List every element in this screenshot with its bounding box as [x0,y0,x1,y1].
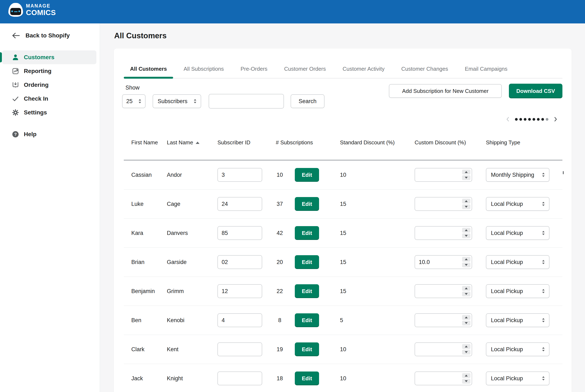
tab-all-customers[interactable]: All Customers [124,63,173,75]
customers-card: All CustomersAll SubscriptionsPre-Orders… [114,48,572,392]
stepper-up-button[interactable] [462,344,471,349]
back-to-shopify-link[interactable]: Back to Shopify [0,30,100,42]
stepper-up-button[interactable] [462,373,471,378]
column-header-label: Shipping Type [486,139,520,146]
stepper-up-button[interactable] [462,228,471,232]
stepper-up-button[interactable] [462,199,471,204]
stepper-down-button[interactable] [462,262,471,267]
sidebar-item-help[interactable]: ?Help [2,128,96,141]
table-row: LukeCage37Edit15Local Pickup [124,190,563,218]
edit-button[interactable]: Edit [295,313,319,327]
last-name-cell: Kenobi [167,317,184,324]
stepper-down-button[interactable] [462,292,471,296]
stepper-down-button[interactable] [462,321,471,326]
edit-button[interactable]: Edit [295,226,319,240]
column-header-first-name[interactable]: First Name [131,138,158,146]
sidebar-item-label: Ordering [24,82,48,88]
tab-all-subscriptions[interactable]: All Subscriptions [177,63,230,75]
subscriber-id-field [217,372,262,385]
search-type-select[interactable]: Subscribers [153,94,201,108]
column-header-custom-discount[interactable]: Custom Discount (%) [415,138,492,146]
stepper-down-button[interactable] [462,234,471,238]
brand-logo[interactable]: MANAGE COMICS [8,3,56,17]
shipping-type-select[interactable]: Local Pickup [486,255,550,269]
shipping-type-select[interactable]: Local Pickup [486,372,550,385]
shipping-type-select[interactable]: Local Pickup [486,284,550,298]
select-caret-icon [541,230,546,236]
gear-icon [12,109,19,116]
svg-text:?: ? [14,132,17,136]
pagination-dot-8[interactable] [546,118,549,121]
stepper-down-button[interactable] [462,204,471,209]
subscriber-id-input[interactable] [217,342,262,356]
search-input[interactable] [209,94,284,108]
stepper-down-button[interactable] [462,350,471,354]
shipping-type-select[interactable]: Local Pickup [486,342,550,356]
subscriptions-count: 37 [268,201,291,207]
shipping-type-select[interactable]: Local Pickup [486,197,550,211]
edit-button[interactable]: Edit [295,372,319,385]
subscriptions-count: 18 [268,375,291,382]
subscriber-id-input[interactable] [217,255,262,269]
subscriber-id-input[interactable] [217,226,262,240]
pagination-dot-2[interactable] [519,118,522,121]
subscriber-id-input[interactable] [217,197,262,211]
subscriber-id-input[interactable] [217,372,262,385]
page-size-select[interactable]: 25 [122,94,145,108]
column-header-standard-discount[interactable]: Standard Discount (%) [340,138,417,146]
column-header-label: Subscriber ID [217,139,250,146]
pagination-dot-3[interactable] [524,118,527,121]
sidebar-item-customers[interactable]: Customers [2,50,96,64]
pagination-prev-icon[interactable] [505,116,511,122]
edit-button[interactable]: Edit [295,197,319,211]
shipping-type-select[interactable]: Monthly Shipping [486,168,550,182]
last-name-cell: Grimm [167,288,184,294]
arrow-left-icon [11,32,20,39]
pagination [505,116,558,122]
stepper-up-button[interactable] [462,257,471,262]
sidebar-item-ordering[interactable]: Ordering [2,78,96,92]
custom-discount-field [415,284,472,298]
pagination-dot-7[interactable] [541,118,544,121]
pagination-dot-1[interactable] [515,118,518,121]
tab-pre-orders[interactable]: Pre-Orders [234,63,274,75]
edit-button[interactable]: Edit [295,342,319,356]
edit-button[interactable]: Edit [295,284,319,298]
sidebar-item-check-in[interactable]: Check In [2,92,96,106]
subscriber-id-field [217,197,262,211]
tab-customer-changes[interactable]: Customer Changes [395,63,454,75]
column-header-last-name[interactable]: Last Name [167,138,215,146]
search-button[interactable]: Search [291,94,325,108]
stepper-down-button[interactable] [462,175,471,180]
standard-discount-value: 15 [340,201,346,207]
search-type-value: Subscribers [158,98,187,104]
add-subscription-button[interactable]: Add Subscription for New Customer [389,84,502,98]
pagination-dot-4[interactable] [528,118,531,121]
stepper-up-button[interactable] [462,315,471,320]
download-csv-button[interactable]: Download CSV [509,84,563,98]
column-header-subscriber-id[interactable]: Subscriber ID [217,138,274,146]
edit-button[interactable]: Edit [295,255,319,269]
column-header-shipping-type[interactable]: Shipping Type [486,138,555,146]
sidebar-item-reporting[interactable]: Reporting [2,64,96,78]
tab-customer-orders[interactable]: Customer Orders [278,63,332,75]
shipping-type-select[interactable]: Local Pickup [486,226,550,240]
last-name-cell: Andor [167,172,182,178]
subscriber-id-input[interactable] [217,313,262,327]
column-header-subscriptions[interactable]: # Subscriptions [276,138,341,146]
sidebar: Back to Shopify CustomersReportingOrderi… [0,24,100,392]
shipping-type-select[interactable]: Local Pickup [486,313,550,327]
subscriber-id-input[interactable] [217,168,262,182]
edit-button[interactable]: Edit [295,168,319,182]
stepper-up-button[interactable] [462,286,471,291]
tab-email-campaigns[interactable]: Email Campaigns [459,63,514,75]
tab-customer-activity[interactable]: Customer Activity [336,63,391,75]
stepper-up-button[interactable] [462,170,471,174]
subscriber-id-input[interactable] [217,284,262,298]
pagination-dot-6[interactable] [537,118,540,121]
table-row: BenKenobi8Edit5Local Pickup [124,306,563,335]
sidebar-item-settings[interactable]: Settings [2,106,96,120]
pagination-next-icon[interactable] [553,116,558,122]
stepper-down-button[interactable] [462,379,471,384]
pagination-dot-5[interactable] [533,118,535,121]
